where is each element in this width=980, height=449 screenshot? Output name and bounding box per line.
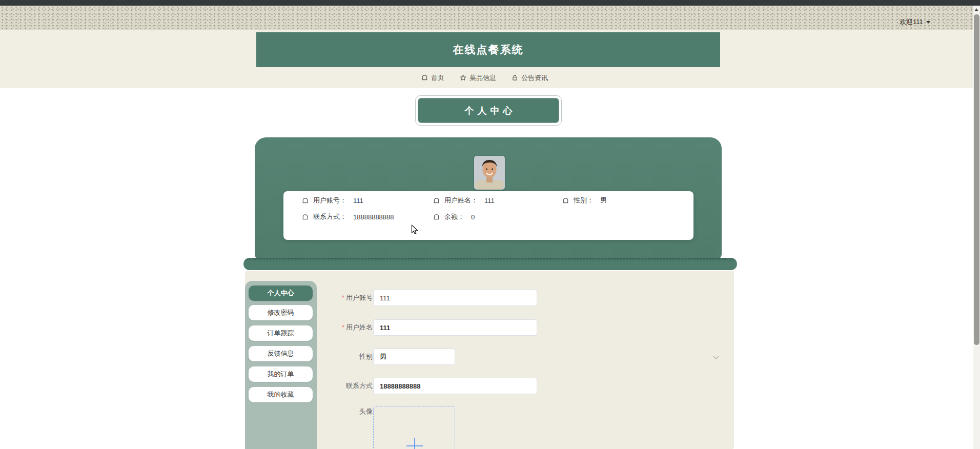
profile-field-value: 0 xyxy=(471,213,475,221)
nav-item-label: 公告资讯 xyxy=(521,73,548,83)
avatar xyxy=(474,156,505,190)
plus-icon xyxy=(414,438,415,449)
form-label-account: *用户账号 xyxy=(306,290,373,306)
top-welcome-bar: 欢迎111 xyxy=(0,6,980,30)
profile-panel-tray xyxy=(243,258,737,270)
home-icon xyxy=(302,214,309,220)
profile-field-name: 用户姓名： 111 xyxy=(433,195,495,206)
required-mark: * xyxy=(342,323,344,331)
profile-field-label: 用户姓名： xyxy=(444,196,478,205)
scrollbar-thumb[interactable] xyxy=(974,14,979,345)
page-title-banner-inner: 个人中心 xyxy=(418,98,559,123)
profile-field-contact: 联系方式： 18888888888 xyxy=(302,212,394,222)
chevron-down-icon xyxy=(926,21,930,24)
sidebar-item-my-favorites[interactable]: 我的收藏 xyxy=(249,387,313,402)
profile-field-value: 111 xyxy=(353,197,363,205)
form-label-contact: 联系方式 xyxy=(306,378,373,394)
avatar-upload-box[interactable] xyxy=(373,406,455,449)
welcome-user-label: 欢迎111 xyxy=(900,17,923,27)
profile-field-value: 男 xyxy=(600,196,607,205)
nav-item-home[interactable]: 首页 xyxy=(421,73,444,83)
profile-field-label: 联系方式： xyxy=(313,212,346,221)
mouse-cursor xyxy=(410,224,419,237)
sidebar: 个人中心 修改密码 订单跟踪 反馈信息 我的订单 我的收藏 xyxy=(245,281,317,449)
sidebar-item-change-password[interactable]: 修改密码 xyxy=(249,305,313,320)
sidebar-item-feedback[interactable]: 反馈信息 xyxy=(249,346,313,361)
sidebar-item-my-orders[interactable]: 我的订单 xyxy=(249,366,313,382)
nav-item-label: 菜品信息 xyxy=(469,73,496,83)
site-header-banner: 在线点餐系统 xyxy=(256,32,720,67)
nav-item-notices[interactable]: 公告资讯 xyxy=(512,73,548,83)
profile-field-account: 用户账号： 111 xyxy=(302,195,363,206)
page: 欢迎111 在线点餐系统 首页 菜品信息 公告资讯 个人中心 xyxy=(0,0,980,449)
home-icon xyxy=(562,197,569,204)
sidebar-item-personal-center[interactable]: 个人中心 xyxy=(249,285,313,301)
nav-item-label: 首页 xyxy=(431,73,444,83)
page-title: 个人中心 xyxy=(461,105,516,117)
home-icon xyxy=(302,197,309,204)
profile-field-label: 性别： xyxy=(574,196,594,205)
profile-field-value: 18888888888 xyxy=(353,213,394,221)
sidebar-item-order-tracking[interactable]: 订单跟踪 xyxy=(249,325,313,341)
form-label-name: *用户姓名 xyxy=(306,319,373,336)
page-title-banner: 个人中心 xyxy=(415,95,562,126)
scrollbar[interactable] xyxy=(973,6,980,449)
profile-info-card: 用户账号： 111 用户姓名： 111 性别： 男 联系方式： 18888888… xyxy=(283,191,693,240)
home-icon xyxy=(421,74,428,81)
profile-field-label: 余额： xyxy=(444,212,464,221)
form-label-avatar: 头像 xyxy=(306,403,373,420)
nav-item-dishes[interactable]: 菜品信息 xyxy=(460,73,496,83)
name-input[interactable] xyxy=(373,319,537,336)
profile-field-label: 用户账号： xyxy=(313,196,346,205)
browser-dark-bar xyxy=(0,0,980,6)
home-icon xyxy=(433,197,440,204)
main-nav: 首页 菜品信息 公告资讯 xyxy=(421,67,575,88)
home-icon xyxy=(433,214,440,220)
profile-field-balance: 余额： 0 xyxy=(433,212,475,222)
form-label-gender: 性别 xyxy=(306,349,373,365)
welcome-user-dropdown[interactable]: 欢迎111 xyxy=(900,17,930,27)
profile-field-gender: 性别： 男 xyxy=(562,195,607,206)
star-icon xyxy=(460,74,466,81)
profile-field-value: 111 xyxy=(484,197,495,205)
contact-input[interactable] xyxy=(373,378,537,394)
gender-select[interactable] xyxy=(373,349,455,365)
chevron-down-icon xyxy=(712,353,720,362)
scroll-up-icon[interactable] xyxy=(974,8,978,11)
site-title: 在线点餐系统 xyxy=(453,43,524,57)
required-mark: * xyxy=(342,294,344,301)
account-input[interactable] xyxy=(373,290,537,306)
lock-icon xyxy=(512,74,518,81)
